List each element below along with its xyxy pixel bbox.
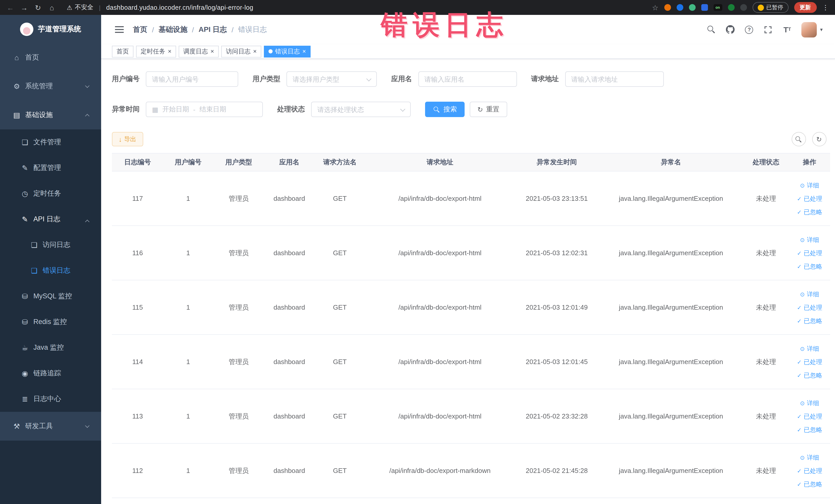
sidebar-item-log-center[interactable]: ≣ 日志中心 — [0, 386, 101, 412]
toggle-search-button[interactable] — [791, 132, 806, 146]
help-icon[interactable]: ? — [745, 25, 754, 34]
ignore-link[interactable]: ✓ 已忽略 — [792, 423, 827, 436]
forward-icon[interactable]: → — [20, 3, 28, 12]
tab-access-log[interactable]: 访问日志 × — [221, 45, 261, 57]
sidebar-item-access-log[interactable]: ❏ 访问日志 — [0, 232, 101, 258]
app-logo[interactable]: 芋道管理系统 — [0, 15, 101, 43]
back-icon[interactable]: ← — [6, 3, 14, 12]
sidebar-item-error-log[interactable]: ❏ 错误日志 — [0, 258, 101, 283]
tab-error-log[interactable]: 错误日志 × — [264, 45, 311, 57]
extension-icon[interactable] — [664, 4, 671, 11]
eye-icon: ⊙ — [800, 342, 805, 355]
vue-devtools-icon[interactable] — [689, 4, 695, 11]
sidebar-item-mysql-monitor[interactable]: ⛁ MySQL 监控 — [0, 283, 101, 309]
search-icon[interactable] — [707, 25, 716, 34]
ignore-link[interactable]: ✓ 已忽略 — [792, 260, 827, 273]
extension-icon[interactable] — [728, 4, 734, 11]
user-id-input[interactable] — [146, 72, 238, 87]
sidebar-item-file-management[interactable]: ❏ 文件管理 — [0, 129, 101, 155]
tab-schedule-log[interactable]: 调度日志 × — [179, 45, 219, 57]
emoji-icon — [757, 4, 763, 11]
request-url-cell: /api/infra/db-doc/export-html — [366, 389, 514, 443]
user-type-select[interactable] — [286, 72, 377, 87]
reset-button[interactable]: ↻ 重置 — [470, 102, 507, 117]
eye-icon: ⊙ — [800, 396, 805, 409]
hamburger-icon[interactable] — [115, 26, 124, 33]
filter-row-2: 异常时间 ▦ 开始日期 - 结束日期 处理状态 — [112, 102, 827, 117]
extension-on-icon[interactable]: on — [713, 4, 722, 11]
close-icon[interactable]: × — [302, 48, 306, 55]
col-exception-name: 异常名 — [599, 153, 743, 171]
sidebar-item-dev-tools[interactable]: ⚒ 研发工具 — [0, 412, 101, 441]
ignore-link[interactable]: ✓ 已忽略 — [792, 477, 827, 491]
detail-link[interactable]: ⊙ 详细 — [792, 233, 827, 246]
user-type-cell: 管理员 — [213, 389, 264, 443]
browser-menu-icon[interactable]: ⋮ — [822, 4, 829, 11]
ignore-link[interactable]: ✓ 已忽略 — [792, 205, 827, 219]
process-link[interactable]: ✓ 已处理 — [792, 464, 827, 477]
browser-home-icon[interactable]: ⌂ — [48, 3, 56, 12]
log-id-cell: 116 — [112, 226, 163, 280]
export-button[interactable]: ↓ 导出 — [112, 132, 143, 146]
sidebar-item-redis-monitor[interactable]: ⛁ Redis 监控 — [0, 309, 101, 335]
date-range-picker[interactable]: ▦ 开始日期 - 结束日期 — [146, 102, 263, 117]
sidebar-item-java-monitor[interactable]: ☕ Java 监控 — [0, 335, 101, 361]
process-link[interactable]: ✓ 已处理 — [792, 246, 827, 260]
user-menu[interactable]: ▾ — [802, 22, 823, 37]
sidebar-item-trace[interactable]: ◉ 链路追踪 — [0, 361, 101, 386]
sidebar-item-home[interactable]: ⌂ 首页 — [0, 43, 101, 72]
font-size-icon[interactable]: TT — [782, 25, 792, 34]
github-icon[interactable] — [726, 25, 735, 34]
fullscreen-icon[interactable] — [763, 25, 773, 34]
search-button[interactable]: 搜索 — [425, 102, 465, 117]
tab-home[interactable]: 首页 — [112, 45, 134, 57]
chevron-down-icon — [85, 424, 89, 428]
request-url-input[interactable] — [565, 72, 664, 87]
extension-icon[interactable] — [740, 4, 747, 11]
process-link[interactable]: ✓ 已处理 — [792, 301, 827, 314]
detail-link[interactable]: ⊙ 详细 — [792, 396, 827, 409]
status-select[interactable] — [311, 102, 411, 117]
security-indicator[interactable]: ⚠ 不安全 — [67, 3, 94, 12]
detail-link[interactable]: ⊙ 详细 — [792, 287, 827, 301]
process-link[interactable]: ✓ 已处理 — [792, 192, 827, 205]
breadcrumb-home[interactable]: 首页 — [133, 25, 147, 34]
reload-icon[interactable]: ↻ — [34, 3, 42, 12]
sidebar-item-scheduled-tasks[interactable]: ◷ 定时任务 — [0, 181, 101, 206]
process-link[interactable]: ✓ 已处理 — [792, 355, 827, 368]
sidebar-item-infrastructure[interactable]: ▤ 基础设施 — [0, 101, 101, 129]
process-link[interactable]: ✓ 已处理 — [792, 409, 827, 423]
app-name-input[interactable] — [418, 72, 517, 87]
ignore-link[interactable]: ✓ 已忽略 — [792, 368, 827, 382]
tab-scheduled-tasks[interactable]: 定时任务 × — [136, 45, 176, 57]
request-url-cell: /api/infra/db-doc/export-html — [366, 171, 514, 226]
table-row: 113 1 管理员 dashboard GET /api/infra/db-do… — [112, 389, 830, 443]
paused-badge[interactable]: 已暂停 — [752, 2, 788, 13]
check-icon: ✓ — [797, 368, 802, 382]
detail-link[interactable]: ⊙ 详细 — [792, 450, 827, 464]
close-icon[interactable]: × — [210, 48, 214, 55]
sidebar-item-api-log[interactable]: ✎ API 日志 — [0, 206, 101, 232]
breadcrumb-api-log[interactable]: API 日志 — [199, 25, 227, 34]
sidebar-item-system-management[interactable]: ⚙ 系统管理 — [0, 72, 101, 101]
detail-link[interactable]: ⊙ 详细 — [792, 342, 827, 355]
exception-name-cell: java.lang.IllegalArgumentException — [599, 389, 743, 443]
detail-link[interactable]: ⊙ 详细 — [792, 178, 827, 192]
ignore-link[interactable]: ✓ 已忽略 — [792, 314, 827, 327]
address-bar[interactable]: dashboard.yudao.iocoder.cn/infra/log/api… — [106, 4, 253, 11]
close-icon[interactable]: × — [253, 48, 257, 55]
check-icon: ✓ — [797, 260, 802, 273]
user-type-cell: 管理员 — [213, 335, 264, 389]
breadcrumb-error-log: 错误日志 — [238, 25, 267, 34]
close-icon[interactable]: × — [168, 48, 171, 55]
sidebar-item-config-management[interactable]: ✎ 配置管理 — [0, 155, 101, 181]
extension-icon[interactable] — [676, 4, 683, 11]
refresh-table-button[interactable]: ↻ — [812, 132, 826, 146]
method-cell: GET — [314, 171, 366, 226]
chrome-update-button[interactable]: 更新 — [794, 2, 816, 13]
extension-icon[interactable] — [701, 4, 708, 11]
breadcrumb-infrastructure[interactable]: 基础设施 — [159, 25, 187, 34]
bookmark-star-icon[interactable]: ☆ — [652, 3, 658, 12]
request-url-cell: /api/infra/db-doc/export-markdown — [366, 443, 514, 498]
exception-time-label: 异常时间 — [112, 105, 140, 114]
